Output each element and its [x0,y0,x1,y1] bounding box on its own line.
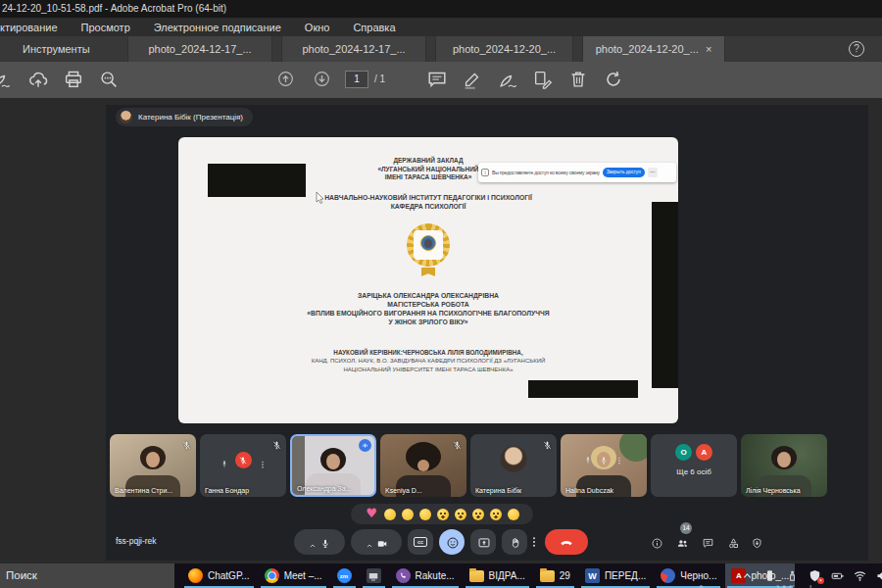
mic-muted-icon [542,437,553,448]
activities-icon [727,536,740,549]
taskbar-app-chatgp[interactable]: ChatGP... [182,564,256,588]
screen-share-info-icon: i [481,169,489,176]
presenter-pill: Катерина Бібік (Презентація) [116,108,253,126]
volume-icon[interactable] [875,568,882,583]
participant-name: Halina Dubczak [565,487,613,494]
pin-icon [583,452,593,462]
tab-document-2[interactable]: photo_2024-12-20_... [435,36,573,62]
menu-item-4[interactable]: Справка [353,22,395,33]
mic-muted-icon [181,437,192,448]
slide-title-line1: «ВПЛИВ ЕМОЦІЙНОГО ВИГОРАННЯ НА ПСИХОЛОГІ… [178,310,678,317]
people-count-badge: 14 [680,522,692,534]
participant-name: Kseniya D... [385,487,422,494]
security-shield-icon[interactable]: × [808,568,822,583]
wifi-icon[interactable] [853,568,867,583]
sign-button[interactable] [497,69,518,90]
fill-sign-button[interactable] [532,69,554,90]
rotate-pages-button[interactable] [603,69,624,90]
app-label: Meet –... [284,570,322,581]
previous-page-button[interactable] [276,70,295,88]
highlight-button[interactable] [462,69,483,90]
folder-icon [540,570,555,582]
battery-icon[interactable] [830,568,845,583]
search-button[interactable] [98,69,120,90]
tab-label: photo_2024-12-17_... [302,43,405,55]
taskbar-app-[interactable]: WПЕРЕД... [579,564,652,588]
viber-icon [396,568,411,583]
pin-icon [220,456,229,466]
captions-button: cc [408,529,433,555]
more-options-button [527,532,541,552]
end-call-icon [559,534,574,550]
app-label: ВІДРА... [489,570,525,581]
chrome-icon [265,568,279,583]
camera-options-chevron-icon [365,537,374,547]
print-button[interactable] [63,69,84,90]
reaction-thinking [490,509,502,520]
participant-tile-4: Kseniya D... [380,434,466,497]
phone-device-icon[interactable] [762,568,777,583]
participant-name: Олександра За... [297,485,352,492]
participant-name: Валентина Стри... [115,487,172,494]
person-face [326,454,340,469]
reaction-thumbs-down [508,509,519,520]
menu-item-1[interactable]: Просмотр [81,22,130,33]
speaking-indicator-icon [359,439,371,452]
participant-name: Лілія Черновська [746,487,801,494]
clipped-tool-icon[interactable] [0,69,12,90]
mic-muted-icon [452,437,463,448]
windows-activation-watermark-line1: Активация Windows [696,583,840,588]
slide-title-line2: У ЖІНОК ЗРІЛОГО ВІКУ» [178,318,678,325]
app-label: 29 [560,570,570,581]
hand-icon [509,536,521,549]
tab-document-3[interactable]: photo_2024-12-20_...× [582,36,725,62]
taskbar-app-29[interactable]: 29 [534,564,576,588]
participant-avatar [501,446,527,472]
save-cloud-button[interactable] [27,69,49,90]
menu-item-0[interactable]: ктирование [0,22,58,33]
tab-tools[interactable]: Инструменты [23,36,90,62]
camera-button [351,529,402,555]
info-icon [651,536,663,549]
menu-item-2[interactable]: Электронное подписание [154,22,281,33]
taskbar-app-cast[interactable] [361,564,387,588]
tab-close-icon[interactable]: × [706,43,711,55]
taskbar-app-zm[interactable]: zm [331,564,358,588]
meeting-code: fss-pqji-rek [116,536,157,546]
reaction-surprised [455,509,466,520]
participant-name: Ганна Бондар [205,487,249,494]
slide-work-type: МАГІСТЕРСЬКА РОБОТА [178,301,678,308]
smiley-icon [446,536,459,549]
end-call-button [545,529,588,555]
tab-document-0[interactable]: photo_2024-12-17_... [127,36,272,62]
participant-tile-7: OAЩе 6 осіб [651,434,737,497]
participant-tile-8: Лілія Черновська [741,434,827,497]
dots-icon [614,452,624,462]
tab-label: photo_2024-12-20_... [453,43,556,55]
delete-pages-button[interactable] [567,69,589,90]
taskbar-app-meet[interactable]: Meet –... [259,564,328,588]
banner-minimize-button: — [648,168,658,177]
pdf-page-meet-screenshot: Катерина Бібік (Презентація) ДЕРЖАВНИЙ З… [106,105,868,561]
tab-document-1[interactable]: photo_2024-12-17_... [281,36,426,62]
help-button[interactable]: ? [849,41,864,57]
screen-share-message: Вы предоставляете доступ ко всему своему… [492,170,600,175]
usb-device-icon[interactable] [785,568,800,583]
raise-hand-button [502,529,527,555]
slide-author: ЗАРІЦЬКА ОЛЕКСАНДРА ОЛЕКСАНДРІВНА [178,292,678,299]
cast-icon [367,568,381,583]
page-number-input[interactable]: 1 [345,71,368,88]
reactions-button [439,529,465,555]
cherno-icon [661,568,675,583]
menu-item-3[interactable]: Окно [305,22,330,33]
comment-button[interactable] [426,69,448,90]
slide-advisor-line2: КАНД. ПСИХОЛ. НАУК, В.О. ЗАВІДУВАЧА КАФЕ… [178,358,678,364]
hidden-icons-chevron-icon[interactable] [740,568,755,583]
taskbar-search-box[interactable]: Поиск [0,564,174,588]
emblem-ribbon [421,268,435,276]
slide-decor-block-bottom [528,380,638,398]
host-controls-icon [751,536,763,549]
next-page-button[interactable] [313,70,331,88]
taskbar-app-rakute[interactable]: Rakute... [390,564,461,588]
taskbar-app-[interactable]: ВІДРА... [464,564,531,588]
